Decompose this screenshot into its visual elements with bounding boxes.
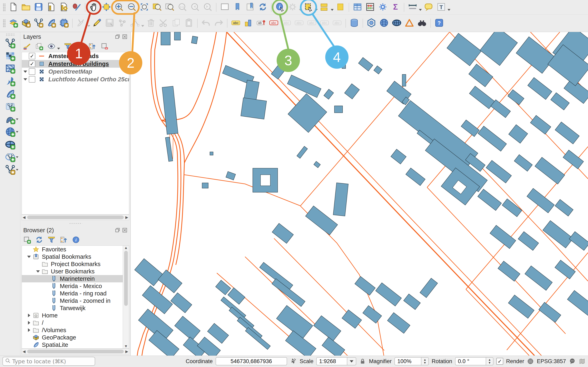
open-layer-styling-button[interactable] [22, 42, 31, 51]
chevron-down-icon[interactable] [57, 48, 60, 50]
crs-status[interactable]: EPSG:3857 [537, 358, 566, 365]
map-canvas[interactable] [131, 32, 588, 356]
identify-features-button[interactable]: i [274, 2, 285, 13]
select-by-form-button[interactable] [335, 2, 346, 13]
layer-row[interactable]: Luchtfoto Actueel Ortho 25cm [22, 75, 129, 83]
new-shapefile-layer-btn-button[interactable] [2, 164, 18, 176]
add-postgis-layer-button[interactable] [2, 113, 18, 126]
deselect-features-button[interactable] [319, 2, 330, 13]
layer-row[interactable]: ✓Amsterdam buildings [22, 60, 129, 68]
browser-item-merida-zoomed-in[interactable]: Merida - zoomed in [22, 297, 123, 304]
browser-item-home[interactable]: Home [22, 312, 123, 319]
layer-visibility-checkbox[interactable] [29, 76, 35, 83]
new-virtual-layer-button[interactable] [58, 18, 69, 29]
chevron-down-icon[interactable] [315, 9, 318, 11]
filter-browser-button[interactable] [47, 236, 56, 245]
expander-icon[interactable] [22, 71, 29, 73]
add-raster-layer-button[interactable] [2, 50, 18, 63]
layer-visibility-checkbox[interactable] [29, 68, 35, 75]
open-project-button[interactable] [20, 2, 31, 13]
vector-tools-button[interactable] [404, 18, 415, 29]
browser-item-merida-mexico[interactable]: Merida - Mexico [22, 282, 123, 290]
chevron-down-icon[interactable] [331, 9, 334, 11]
browser-item-volumes[interactable]: /Volumes [22, 326, 123, 334]
chevron-down-icon[interactable] [141, 25, 144, 27]
style-manager-button[interactable] [71, 2, 82, 13]
collapse-all-button[interactable] [59, 236, 68, 245]
rotation-spinbox[interactable]: 0.0 ° ▲▼ [455, 357, 493, 365]
expander-icon[interactable] [26, 321, 33, 325]
measure-line-button[interactable] [407, 2, 418, 13]
refresh-map-button[interactable] [257, 2, 268, 13]
panel-splitter[interactable] [20, 221, 130, 225]
expander-icon[interactable] [22, 78, 29, 81]
new-shapefile-layer-button[interactable] [33, 18, 44, 29]
db-manager-button[interactable] [349, 18, 360, 29]
chevron-down-icon[interactable] [87, 25, 90, 27]
extents-tracking-icon[interactable] [290, 358, 297, 365]
text-annotation-button[interactable]: T [436, 2, 447, 13]
chevron-down-icon[interactable] [347, 357, 356, 365]
zoom-in-button[interactable] [113, 2, 125, 13]
refresh-browser-button[interactable] [35, 236, 44, 245]
filter-legend-button[interactable] [63, 42, 72, 51]
save-project-button[interactable] [33, 2, 44, 13]
toggle-editing-button[interactable] [91, 18, 103, 29]
chevron-down-icon[interactable] [16, 169, 18, 171]
add-group-button[interactable] [35, 42, 44, 51]
help-button[interactable]: ? [434, 18, 445, 29]
statistical-summary-button[interactable] [365, 2, 376, 13]
magnifier-spinbox[interactable]: 100% ▲▼ [394, 357, 429, 365]
add-selected-layers-button[interactable] [22, 236, 31, 245]
new-geopackage-layer-button[interactable] [20, 18, 31, 29]
add-wcs-layer-button[interactable] [2, 138, 18, 151]
browser-item-marineterrein[interactable]: Marineterrein [22, 275, 123, 282]
messages-icon[interactable] [569, 358, 576, 365]
web-services-button[interactable] [391, 18, 402, 29]
browser-item-merida-ring-road[interactable]: Merida - ring road [22, 290, 123, 297]
expander-icon[interactable] [35, 270, 42, 273]
browser-item-favorites[interactable]: Favorites [22, 246, 123, 253]
enable-properties-widget-button[interactable]: i [71, 236, 80, 245]
pin-labels-button[interactable]: ab [256, 18, 267, 29]
browser-item-user-bookmarks[interactable]: User Bookmarks [22, 268, 123, 275]
grass-tools-button[interactable] [379, 18, 389, 29]
layer-visibility-checkbox[interactable]: ✓ [29, 53, 35, 59]
browser-item-project-bookmarks[interactable]: Project Bookmarks [22, 260, 123, 268]
filter-by-expression-button[interactable]: ε [76, 42, 85, 51]
lock-scale-icon[interactable] [359, 358, 366, 365]
add-vector-layer-button[interactable] [2, 37, 18, 50]
open-attribute-table-button[interactable] [352, 2, 363, 13]
chevron-down-icon[interactable] [16, 118, 18, 120]
close-panel-button[interactable] [122, 227, 128, 233]
new-spatial-bookmark-button[interactable] [232, 2, 243, 13]
coordinate-input[interactable]: 546730,6867936 [216, 357, 287, 365]
scale-combobox[interactable]: 1:9268 [316, 357, 356, 365]
new-spatialite-layer-button[interactable] [46, 18, 57, 29]
layers-horizontal-scrollbar[interactable]: ◀▶ [22, 215, 129, 220]
float-panel-button[interactable] [114, 34, 120, 40]
expander-icon[interactable] [26, 314, 33, 317]
select-features-button[interactable] [303, 2, 314, 13]
pan-map-button[interactable] [88, 2, 99, 13]
expander-icon[interactable] [26, 256, 33, 258]
highlight-pinned-labels-button[interactable]: abc [268, 18, 279, 29]
add-virtual-layer-button[interactable] [2, 100, 18, 113]
map-tips-button[interactable] [423, 2, 434, 13]
render-checkbox[interactable]: ✓ [496, 358, 503, 365]
expand-collapse-tree-button[interactable] [88, 42, 97, 51]
manage-map-themes-button[interactable] [47, 42, 56, 51]
expander-icon[interactable] [26, 328, 33, 332]
browser-item-spatialite[interactable]: SpatiaLite [22, 341, 123, 349]
chevron-down-icon[interactable] [16, 131, 18, 133]
metasearch-button[interactable] [366, 18, 377, 29]
add-wfs-layer-button[interactable] [2, 151, 18, 164]
zoom-to-layer-button[interactable] [151, 2, 163, 13]
remove-layer-button[interactable] [100, 42, 109, 51]
add-wms-layer-button[interactable] [2, 126, 18, 138]
new-project-button[interactable] [8, 2, 19, 13]
crs-globe-icon[interactable] [527, 358, 534, 365]
chevron-down-icon[interactable] [419, 9, 422, 11]
chevron-down-icon[interactable] [16, 156, 18, 158]
zoom-out-button[interactable] [126, 2, 137, 13]
